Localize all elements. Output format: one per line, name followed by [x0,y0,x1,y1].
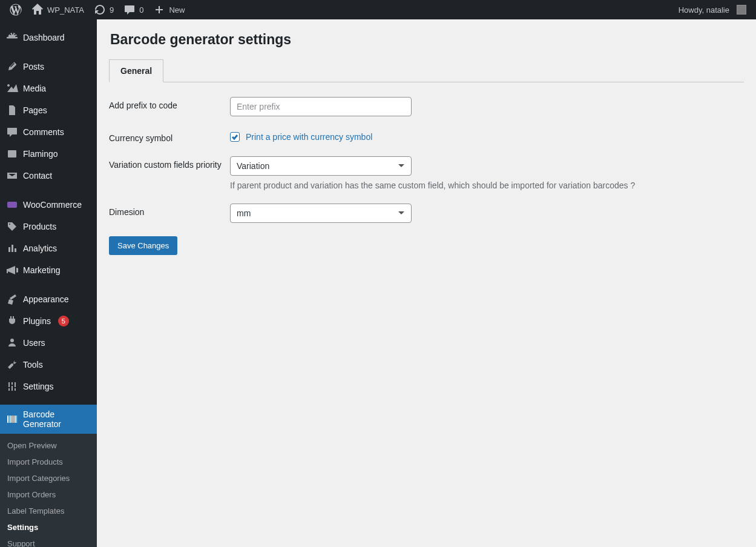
svg-rect-3 [9,416,10,423]
submenu-support[interactable]: Support [0,535,97,547]
variation-help: If parent product and variation has the … [230,181,744,190]
plugins-icon [6,315,18,327]
sidebar-item-posts[interactable]: Posts [0,56,97,78]
wordpress-icon [10,4,22,16]
sidebar-item-dashboard[interactable]: Dashboard [0,27,97,48]
barcode-submenu: Open Preview Import Products Import Cate… [0,434,97,547]
submenu-import-products[interactable]: Import Products [0,454,97,470]
menu-label: Tools [23,360,43,370]
currency-checkbox[interactable] [230,132,240,142]
menu-label: Appearance [23,294,69,304]
site-name: WP_NATA [47,5,84,15]
menu-label: Barcode Generator [23,409,91,429]
menu-label: Pages [23,105,47,115]
sidebar-item-comments[interactable]: Comments [0,121,97,143]
menu-label: Analytics [23,244,57,253]
svg-rect-5 [12,416,13,423]
prefix-input[interactable] [230,97,412,116]
menu-label: Comments [23,127,64,137]
account-link[interactable]: Howdy, natalie [674,0,751,19]
menu-label: Users [23,338,45,348]
posts-icon [6,61,18,73]
menu-label: Dashboard [23,33,65,42]
svg-rect-6 [13,416,14,423]
users-icon [6,337,18,349]
sidebar-item-marketing[interactable]: Marketing [0,259,97,281]
sidebar-item-barcode[interactable]: Barcode Generator [0,405,97,434]
marketing-icon [6,264,18,276]
sidebar-item-users[interactable]: Users [0,332,97,354]
flamingo-icon [6,148,18,160]
dashboard-icon [6,31,18,44]
main-content: Barcode generator settings General Add p… [97,19,756,547]
currency-label: Currency symbol [109,130,230,143]
settings-icon [6,380,18,393]
woocommerce-icon [6,199,18,211]
plus-icon [153,4,165,16]
sidebar-item-flamingo[interactable]: Flamingo [0,143,97,165]
updates-count: 9 [110,5,114,15]
variation-label: Variation custom fields priority [109,156,230,170]
menu-label: Plugins [23,316,51,326]
dimension-select[interactable]: mm [230,204,412,223]
submenu-import-orders[interactable]: Import Orders [0,486,97,503]
svg-rect-2 [7,416,8,423]
admin-bar: WP_NATA 9 0 New Howdy, natalie [0,0,756,19]
menu-label: Posts [23,62,44,71]
page-title: Barcode generator settings [110,31,744,48]
update-icon [94,4,106,16]
sidebar-item-pages[interactable]: Pages [0,99,97,121]
tab-general[interactable]: General [109,59,163,82]
svg-rect-4 [10,416,12,423]
sidebar-item-woocommerce[interactable]: WooCommerce [0,194,97,216]
appearance-icon [6,293,18,305]
svg-rect-0 [8,150,16,157]
new-link[interactable]: New [148,0,189,19]
svg-rect-1 [7,202,17,208]
dimension-label: Dimesion [109,204,230,217]
menu-label: Settings [23,382,54,391]
save-button[interactable]: Save Changes [109,236,177,255]
comment-icon [123,4,136,16]
products-icon [6,220,18,233]
sidebar-item-settings[interactable]: Settings [0,376,97,397]
wordpress-logo[interactable] [5,0,27,19]
submenu-label-templates[interactable]: Label Templates [0,503,97,519]
comments-count: 0 [139,5,143,15]
barcode-icon [6,413,18,425]
tools-icon [6,359,18,371]
comments-icon [6,126,18,138]
sidebar-item-tools[interactable]: Tools [0,354,97,376]
home-icon [31,4,44,16]
prefix-label: Add prefix to code [109,97,230,110]
menu-label: Products [23,222,56,231]
sidebar-item-appearance[interactable]: Appearance [0,288,97,310]
comments-link[interactable]: 0 [119,0,148,19]
site-name-link[interactable]: WP_NATA [27,0,89,19]
menu-label: Media [23,84,46,93]
sidebar-item-plugins[interactable]: Plugins 5 [0,310,97,332]
sidebar-item-analytics[interactable]: Analytics [0,237,97,259]
menu-label: Marketing [23,265,60,275]
submenu-import-categories[interactable]: Import Categories [0,470,97,486]
variation-select[interactable]: Variation [230,156,412,176]
menu-label: Flamingo [23,149,58,159]
menu-label: WooCommerce [23,200,82,210]
currency-checkbox-label[interactable]: Print a price with currency symbol [246,132,372,142]
avatar [737,5,746,15]
sidebar-item-products[interactable]: Products [0,216,97,237]
tabs: General [109,59,744,82]
svg-rect-8 [16,416,17,423]
pages-icon [6,104,18,116]
contact-icon [6,170,18,182]
submenu-open-preview[interactable]: Open Preview [0,437,97,454]
admin-sidebar: Dashboard Posts Media Pages Comments Fla… [0,19,97,547]
updates-link[interactable]: 9 [89,0,119,19]
submenu-settings[interactable]: Settings [0,519,97,535]
howdy-text: Howdy, natalie [679,5,729,15]
analytics-icon [6,242,18,254]
svg-rect-7 [15,416,16,423]
sidebar-item-contact[interactable]: Contact [0,165,97,187]
plugins-badge: 5 [58,316,69,327]
sidebar-item-media[interactable]: Media [0,78,97,99]
